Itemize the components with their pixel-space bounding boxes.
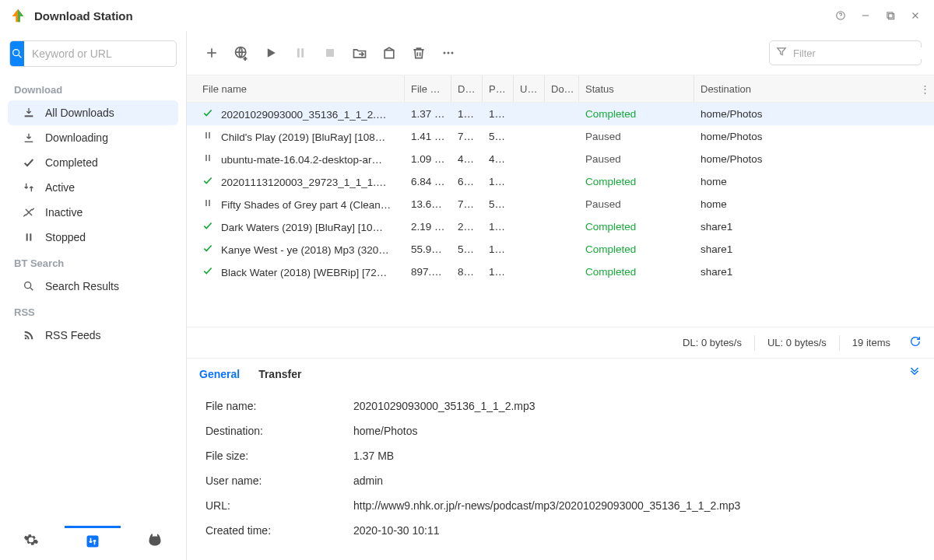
- sidebar-item-active[interactable]: Active: [8, 175, 178, 200]
- svg-point-1: [841, 17, 841, 18]
- sidebar-item-label: RSS Feeds: [45, 329, 101, 341]
- svg-point-27: [448, 52, 450, 54]
- cell-progress: 4…: [483, 153, 514, 165]
- svg-rect-31: [209, 132, 210, 138]
- close-button[interactable]: [906, 6, 925, 25]
- svg-point-12: [25, 282, 31, 289]
- sidebar-item-rss-feeds[interactable]: RSS Feeds: [8, 323, 178, 348]
- filter-input[interactable]: [793, 47, 924, 59]
- cell-downloaded: 7…: [451, 131, 483, 142]
- table-row[interactable]: Dark Waters (2019) [BluRay] [10…2.19 …2.…: [187, 215, 934, 238]
- svg-rect-23: [301, 48, 304, 58]
- maximize-button[interactable]: [881, 6, 900, 25]
- footer-tab-settings[interactable]: [3, 526, 59, 557]
- th-destination[interactable]: Destination: [694, 75, 915, 102]
- sidebar-footer: [0, 523, 186, 560]
- table-header: File name File … D… P… U… Do… Status Des…: [187, 75, 934, 103]
- detail-tabs: General Transfer: [187, 358, 934, 389]
- collapse-detail-button[interactable]: [908, 366, 922, 382]
- check-icon: [202, 265, 216, 276]
- table-row[interactable]: Kanye West - ye (2018) Mp3 (320…55.9…5…1…: [187, 238, 934, 261]
- detail-row-created: Created time: 2020-10-30 10:11: [205, 524, 915, 537]
- cell-status: Paused: [579, 153, 694, 165]
- move-button[interactable]: [347, 40, 372, 65]
- sidebar-item-stopped[interactable]: Stopped: [8, 225, 178, 250]
- sidebar-item-completed[interactable]: Completed: [8, 150, 178, 175]
- th-down-speed[interactable]: Do…: [545, 75, 579, 102]
- column-menu-button[interactable]: ⋮: [915, 83, 934, 95]
- cell-downloaded: 1.…: [451, 108, 483, 120]
- detail-label: File name:: [205, 400, 353, 412]
- delete-button[interactable]: [406, 40, 431, 65]
- cell-progress: 5.…: [483, 131, 514, 142]
- search-box: [9, 40, 177, 67]
- cell-file-name: 20201029093000_35136_1_1_2.…: [196, 107, 405, 121]
- cell-file-size: 13.6…: [405, 198, 451, 210]
- cell-file-size: 55.9…: [405, 243, 451, 255]
- table-row[interactable]: Black Water (2018) [WEBRip] [72…897.…8…1…: [187, 261, 934, 283]
- detail-value: admin: [353, 474, 915, 487]
- detail-row-filename: File name: 20201029093000_35136_1_1_2.mp…: [205, 400, 915, 412]
- search-input[interactable]: [24, 47, 176, 60]
- cell-file-size: 6.84 …: [405, 176, 451, 187]
- filter-box: [769, 40, 922, 65]
- detail-value: home/Photos: [353, 425, 915, 437]
- th-file-size[interactable]: File …: [405, 75, 451, 102]
- detail-value: http://www9.nhk.or.jp/r-news/podcast/mp3…: [353, 499, 915, 512]
- th-status[interactable]: Status: [579, 75, 694, 102]
- resume-button[interactable]: [258, 40, 283, 65]
- downloading-icon: [22, 131, 36, 145]
- sidebar-section-rss: RSS: [0, 299, 186, 323]
- status-dl: DL: 0 bytes/s: [683, 337, 742, 348]
- th-upload[interactable]: U…: [514, 75, 545, 102]
- th-downloaded[interactable]: D…: [451, 75, 483, 102]
- cell-file-name: Dark Waters (2019) [BluRay] [10…: [196, 220, 405, 233]
- stop-button[interactable]: [318, 40, 342, 65]
- cell-status: Completed: [579, 176, 694, 187]
- detail-label: URL:: [205, 499, 353, 512]
- help-button[interactable]: [831, 6, 850, 25]
- cell-file-size: 1.41 …: [405, 131, 451, 142]
- svg-rect-33: [209, 155, 210, 161]
- sidebar-item-label: Inactive: [45, 206, 83, 219]
- sidebar-item-downloading[interactable]: Downloading: [8, 125, 178, 150]
- table-row[interactable]: 20201029093000_35136_1_1_2.…1.37 …1.…1…C…: [187, 103, 934, 125]
- cell-downloaded: 4…: [451, 153, 483, 165]
- minimize-button[interactable]: [856, 6, 875, 25]
- tab-transfer[interactable]: Transfer: [258, 368, 301, 380]
- table-row[interactable]: 20201113120003_29723_1_1_1.…6.84 …6.…1…C…: [187, 170, 934, 193]
- svg-rect-25: [384, 51, 394, 58]
- add-url-button[interactable]: [229, 40, 254, 65]
- search-button[interactable]: [10, 40, 24, 67]
- cell-destination: share1: [694, 243, 934, 255]
- refresh-button[interactable]: [909, 335, 922, 350]
- edit-button[interactable]: [377, 40, 402, 65]
- table-row[interactable]: Fifty Shades of Grey part 4 (Clean…13.6……: [187, 193, 934, 215]
- pause-button[interactable]: [288, 40, 313, 65]
- th-file-name[interactable]: File name: [196, 75, 405, 102]
- svg-point-7: [13, 50, 19, 56]
- cell-progress: 1…: [483, 176, 514, 187]
- sidebar-item-all-downloads[interactable]: All Downloads: [8, 100, 178, 125]
- check-icon: [202, 243, 216, 254]
- tab-general[interactable]: General: [199, 368, 240, 380]
- detail-row-filesize: File size: 1.37 MB: [205, 450, 915, 462]
- check-icon: [202, 107, 216, 118]
- table-row[interactable]: ubuntu-mate-16.04.2-desktop-ar…1.09 …4…4…: [187, 148, 934, 170]
- search-icon: [22, 279, 36, 293]
- footer-tab-queue[interactable]: [65, 526, 121, 557]
- add-button[interactable]: [199, 40, 224, 65]
- sidebar-item-inactive[interactable]: Inactive: [8, 200, 178, 225]
- cell-status: Completed: [579, 266, 694, 278]
- cell-progress: 1…: [483, 266, 514, 278]
- toolbar: [187, 31, 934, 75]
- svg-rect-35: [209, 200, 210, 206]
- table-row[interactable]: Child's Play (2019) [BluRay] [108…1.41 ……: [187, 125, 934, 148]
- sidebar-item-search-results[interactable]: Search Results: [8, 274, 178, 299]
- svg-rect-4: [889, 14, 894, 19]
- more-button[interactable]: [436, 40, 461, 65]
- inactive-icon: [22, 205, 36, 219]
- footer-tab-emule[interactable]: [127, 526, 183, 557]
- th-progress[interactable]: P…: [483, 75, 514, 102]
- check-icon: [202, 175, 216, 186]
